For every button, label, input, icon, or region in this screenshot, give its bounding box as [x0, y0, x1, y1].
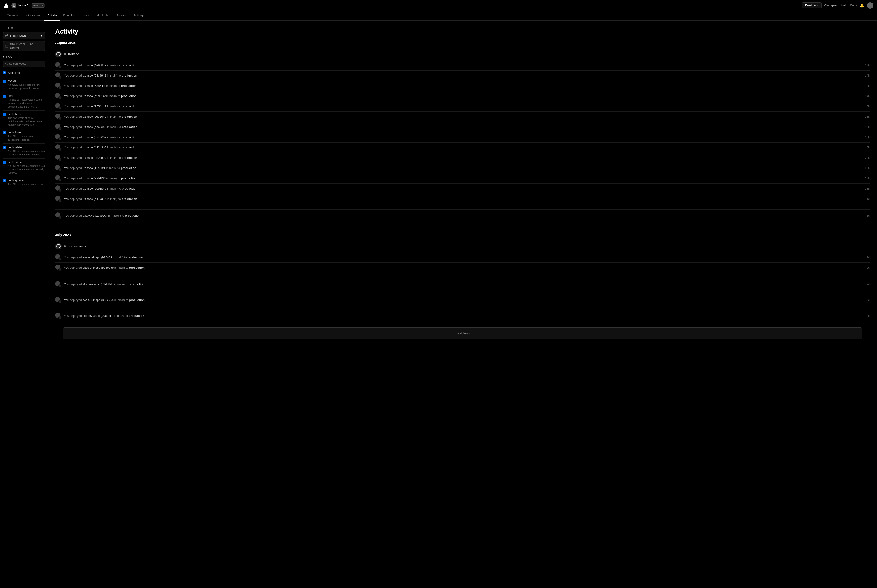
deploy-avatar	[55, 264, 61, 271]
page-layout: Filters Last 3 Days ▾ 7/30 12:00AM – 8/2…	[0, 21, 877, 588]
activity-time: 2d	[861, 266, 870, 269]
filters-title: Filters	[3, 26, 45, 32]
plan-badge[interactable]: Hobby	[31, 3, 45, 8]
project-header-uxinspo: uxinspo	[55, 50, 870, 58]
activity-time: 2d	[861, 298, 870, 302]
select-all-row[interactable]: Select all	[3, 70, 45, 76]
tab-domains[interactable]: Domains	[60, 11, 78, 21]
activity-time: 20h	[861, 156, 870, 159]
date-filter-label: Last 3 Days	[10, 34, 26, 38]
deploy-avatar	[55, 124, 61, 130]
cert-chown-checkbox[interactable]	[3, 113, 6, 116]
docs-link[interactable]: Docs	[850, 4, 857, 7]
tab-settings[interactable]: Settings	[130, 11, 147, 21]
tab-integrations[interactable]: Integrations	[22, 11, 44, 21]
help-link[interactable]: Help	[841, 4, 847, 7]
search-types-container[interactable]	[3, 60, 45, 67]
tab-overview[interactable]: Overview	[4, 11, 22, 21]
august-header: August 2023	[55, 40, 870, 46]
deploy-avatar	[55, 213, 61, 219]
notifications-icon[interactable]: 🔔	[860, 3, 864, 8]
cert-clone-checkbox[interactable]	[3, 131, 6, 134]
user-menu-avatar[interactable]	[867, 2, 873, 9]
tab-usage[interactable]: Usage	[78, 11, 93, 21]
filter-item-cert[interactable]: cert An SSL certificate was created for …	[3, 92, 45, 110]
type-label: Type	[6, 55, 12, 58]
activity-time: 20h	[861, 166, 870, 170]
table-row: You deployed uxinspo (12c83f1 in main) t…	[55, 163, 870, 173]
deploy-avatar	[55, 175, 61, 182]
vercel-logo[interactable]	[4, 3, 9, 8]
filter-item-cert-clone[interactable]: cert-clone An SSL certificate was succes…	[3, 129, 45, 144]
table-row: You deployed uxinspo (53854fb in main) t…	[55, 81, 870, 91]
table-row: You deployed uxinspo (2554141 in main) t…	[55, 101, 870, 111]
activity-time: 23h	[861, 187, 870, 190]
table-row: You deployed analytics (2d3560f in maste…	[55, 210, 870, 222]
project-name-uxinspo: uxinspo	[68, 52, 79, 56]
top-nav-right: Feedback Changelog Help Docs 🔔	[802, 2, 873, 9]
table-row: You deployed uxinspo (be51b4b in main) t…	[55, 183, 870, 194]
deploy-avatar	[55, 103, 61, 110]
activity-time: 16h	[861, 125, 870, 129]
type-header[interactable]: ▾ Type	[3, 55, 45, 58]
calendar-small-icon	[5, 45, 8, 48]
filter-item-cert-renew[interactable]: cert-renew An SSL certificate connected …	[3, 158, 45, 177]
chevron-down-icon: ▾	[41, 34, 42, 38]
svg-rect-5	[6, 45, 8, 47]
cert-delete-checkbox[interactable]	[3, 146, 6, 149]
search-icon	[5, 62, 8, 65]
deploy-avatar	[55, 114, 61, 120]
project-avatar-saas-ui-inspo	[55, 243, 61, 249]
chevron-icon: ▾	[3, 55, 4, 58]
table-row: You deployed uxinspo (c439d97 in main) t…	[55, 194, 870, 204]
filter-item-avatar[interactable]: avatar An avatar was created for the pro…	[3, 77, 45, 92]
table-row: You deployed uxinspo (c68264b in main) t…	[55, 111, 870, 122]
user-info[interactable]: llango R	[11, 3, 29, 8]
tab-activity[interactable]: Activity	[44, 11, 60, 21]
page-title: Activity	[55, 28, 870, 35]
table-row: You deployed uxinspo (482e2b9 in main) t…	[55, 142, 870, 153]
select-all-checkbox[interactable]	[3, 71, 6, 75]
date-filter-dropdown[interactable]: Last 3 Days ▾	[3, 32, 45, 39]
user-name: llango R	[18, 4, 29, 7]
activity-time: 1d	[861, 197, 870, 201]
page-header: Activity	[48, 21, 877, 40]
type-filter-section: ▾ Type Select all avatar An avatar was c…	[0, 55, 48, 191]
project-group-uxinspo: uxinspo You deployed uxinspo (4e95849 in…	[55, 50, 870, 204]
cert-checkbox[interactable]	[3, 94, 6, 98]
svg-point-7	[6, 63, 7, 64]
deploy-avatar	[55, 297, 61, 303]
tab-monitoring[interactable]: Monitoring	[93, 11, 114, 21]
activity-time: 23h	[861, 177, 870, 180]
table-row: You deployed uxinspo (bb2c8d9 in main) t…	[55, 153, 870, 163]
avatar-checkbox[interactable]	[3, 80, 6, 83]
project-avatar-uxinspo	[55, 51, 61, 57]
tab-storage[interactable]: Storage	[114, 11, 130, 21]
feedback-button[interactable]: Feedback	[802, 2, 822, 9]
deploy-avatar	[55, 83, 61, 89]
activity-time: 14h	[861, 84, 870, 87]
status-dot	[64, 53, 66, 55]
activity-time: 2d	[861, 314, 870, 318]
select-all-label: Select all	[8, 71, 20, 75]
cert-replace-checkbox[interactable]	[3, 179, 6, 182]
table-row: You deployed saas-ui-inspo (b26a8ff in m…	[55, 252, 870, 262]
load-more-button[interactable]: Load More	[63, 327, 862, 339]
table-row: You deployed uxinspo (b9d814f in main) t…	[55, 91, 870, 101]
activity-time: 15h	[861, 115, 870, 118]
date-range-display[interactable]: 7/30 12:00AM – 8/2 1:55PM	[3, 41, 45, 51]
filter-item-cert-replace[interactable]: cert-replace An SSL certificate connecte…	[3, 177, 45, 191]
filter-item-cert-delete[interactable]: cert-delete An SSL certificate connected…	[3, 144, 45, 158]
table-row: You deployed uxinspo (be653b6 in main) t…	[55, 122, 870, 132]
activity-time: 19h	[861, 146, 870, 149]
main-content: Activity August 2023 uxinspo	[48, 21, 877, 588]
cert-renew-checkbox[interactable]	[3, 161, 6, 164]
deploy-avatar	[55, 134, 61, 141]
table-row: You deployed i4o-dev-astro (09ae1ce in m…	[55, 310, 870, 322]
activity-time: 2d	[861, 256, 870, 259]
changelog-link[interactable]: Changelog	[824, 4, 839, 7]
activity-time: 14h	[861, 94, 870, 98]
filter-item-cert-chown[interactable]: cert-chown The ownership of an SSL certi…	[3, 110, 45, 129]
table-row: You deployed uxinspo (074360e in main) t…	[55, 132, 870, 142]
search-types-input[interactable]	[9, 62, 42, 65]
